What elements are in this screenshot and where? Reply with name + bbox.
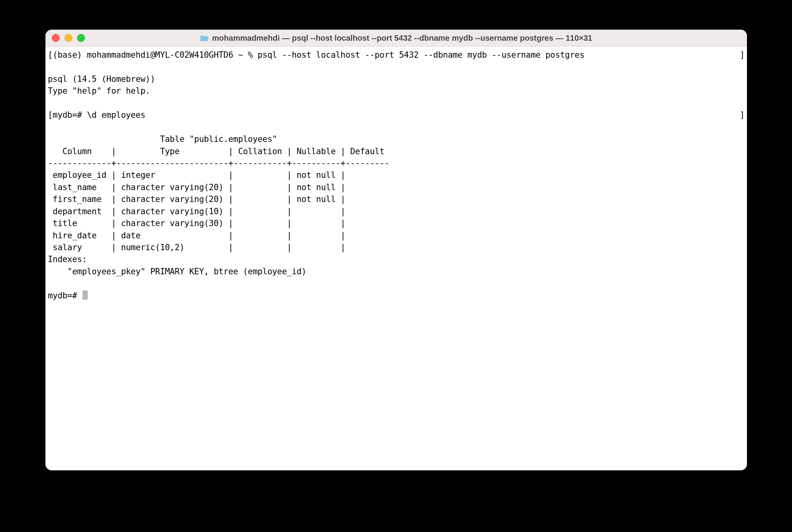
window-controls — [45, 34, 85, 42]
stage: mohammadmehdi — psql --host localhost --… — [0, 0, 792, 532]
table-row: salary | numeric(10,2) | | | — [48, 243, 350, 252]
shell-prompt-text: (base) mohammadmehdi@MYL-C02W410GHTD6 ~ … — [53, 50, 584, 60]
folder-icon — [200, 35, 208, 41]
window-title: mohammadmehdi — psql --host localhost --… — [212, 34, 592, 43]
table-header: Column | Type | Collation | Nullable | D… — [48, 147, 389, 156]
terminal-window: mohammadmehdi — psql --host localhost --… — [45, 30, 747, 470]
indexes-label: Indexes: — [48, 255, 87, 264]
table-row: title | character varying(30) | | | — [48, 219, 350, 228]
table-title: Table "public.employees" — [48, 134, 277, 144]
table-row: first_name | character varying(20) | | n… — [48, 194, 350, 204]
table-divider: -------------+-----------------------+--… — [48, 158, 389, 168]
terminal-body[interactable]: [(base) mohammadmehdi@MYL-C02W410GHTD6 ~… — [45, 47, 747, 470]
minimize-button[interactable] — [64, 34, 72, 42]
indexes-line: "employees_pkey" PRIMARY KEY, btree (emp… — [48, 267, 306, 276]
table-row: employee_id | integer | | not null | — [48, 170, 350, 180]
psql-help-line: Type "help" for help. — [48, 86, 150, 96]
psql-prompt-line-1: [mydb=# \d employees] — [48, 109, 745, 121]
table-row: last_name | character varying(20) | | no… — [48, 183, 350, 192]
shell-prompt-line: [(base) mohammadmehdi@MYL-C02W410GHTD6 ~… — [48, 49, 745, 61]
table-row: hire_date | date | | | — [48, 231, 350, 240]
titlebar-center: mohammadmehdi — psql --host localhost --… — [45, 34, 747, 43]
table-row: department | character varying(10) | | | — [48, 207, 350, 216]
titlebar[interactable]: mohammadmehdi — psql --host localhost --… — [45, 30, 747, 47]
psql-prompt-line-2: mydb=# — [48, 291, 88, 300]
close-button[interactable] — [52, 34, 60, 42]
zoom-button[interactable] — [77, 34, 85, 42]
psql-version: psql (14.5 (Homebrew)) — [48, 74, 155, 84]
cursor — [83, 291, 88, 300]
psql-prompt: mydb=# — [48, 291, 82, 300]
psql-command: mydb=# \d employees — [53, 110, 145, 120]
